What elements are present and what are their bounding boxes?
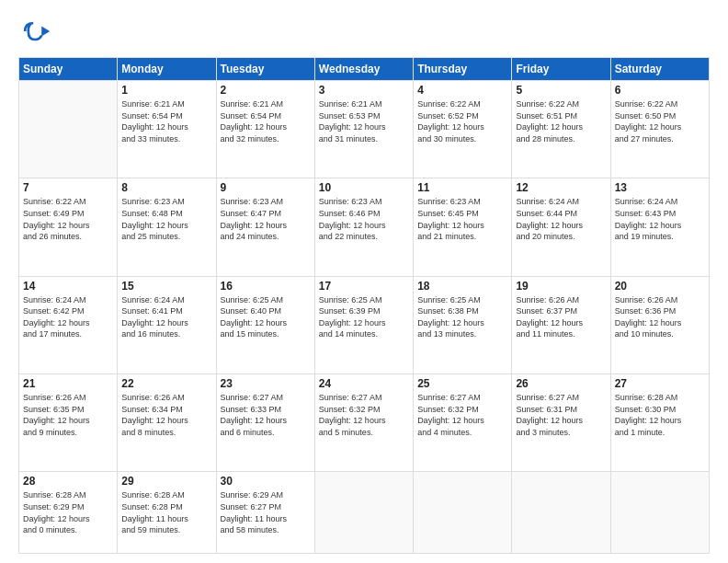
day-header-wednesday: Wednesday xyxy=(314,58,413,81)
day-number: 10 xyxy=(319,181,409,194)
calendar-table: SundayMondayTuesdayWednesdayThursdayFrid… xyxy=(18,57,710,554)
day-info: Sunrise: 6:22 AMSunset: 6:51 PMDaylight:… xyxy=(516,98,606,144)
day-number: 9 xyxy=(221,181,311,194)
day-info: Sunrise: 6:21 AMSunset: 6:54 PMDaylight:… xyxy=(221,98,311,144)
day-info: Sunrise: 6:21 AMSunset: 6:54 PMDaylight:… xyxy=(121,98,211,144)
day-number: 11 xyxy=(417,181,507,194)
day-info: Sunrise: 6:23 AMSunset: 6:48 PMDaylight:… xyxy=(121,196,211,242)
calendar-week-3: 14Sunrise: 6:24 AMSunset: 6:42 PMDayligh… xyxy=(19,276,710,373)
day-number: 21 xyxy=(23,377,113,390)
day-info: Sunrise: 6:29 AMSunset: 6:27 PMDaylight:… xyxy=(221,489,311,535)
day-info: Sunrise: 6:26 AMSunset: 6:34 PMDaylight:… xyxy=(121,392,211,438)
calendar-cell: 11Sunrise: 6:23 AMSunset: 6:45 PMDayligh… xyxy=(414,178,512,276)
day-info: Sunrise: 6:26 AMSunset: 6:35 PMDaylight:… xyxy=(23,392,113,438)
day-info: Sunrise: 6:25 AMSunset: 6:40 PMDaylight:… xyxy=(221,294,311,340)
calendar-cell: 1Sunrise: 6:21 AMSunset: 6:54 PMDaylight… xyxy=(118,81,216,178)
day-info: Sunrise: 6:26 AMSunset: 6:36 PMDaylight:… xyxy=(615,294,705,340)
day-info: Sunrise: 6:27 AMSunset: 6:32 PMDaylight:… xyxy=(319,392,409,438)
day-number: 17 xyxy=(319,280,409,293)
day-header-tuesday: Tuesday xyxy=(216,58,314,81)
day-info: Sunrise: 6:21 AMSunset: 6:53 PMDaylight:… xyxy=(319,98,409,144)
calendar-cell: 21Sunrise: 6:26 AMSunset: 6:35 PMDayligh… xyxy=(19,373,118,471)
day-number: 24 xyxy=(319,377,409,390)
day-number: 19 xyxy=(516,280,606,293)
day-info: Sunrise: 6:24 AMSunset: 6:42 PMDaylight:… xyxy=(23,294,113,340)
day-number: 7 xyxy=(23,181,113,194)
day-info: Sunrise: 6:22 AMSunset: 6:49 PMDaylight:… xyxy=(23,196,113,242)
calendar-cell: 9Sunrise: 6:23 AMSunset: 6:47 PMDaylight… xyxy=(216,178,314,276)
calendar-header-row: SundayMondayTuesdayWednesdayThursdayFrid… xyxy=(19,58,710,81)
calendar-cell: 3Sunrise: 6:21 AMSunset: 6:53 PMDaylight… xyxy=(314,81,413,178)
day-number: 29 xyxy=(121,475,211,488)
calendar-cell: 28Sunrise: 6:28 AMSunset: 6:29 PMDayligh… xyxy=(19,472,118,554)
calendar-cell: 5Sunrise: 6:22 AMSunset: 6:51 PMDaylight… xyxy=(512,81,610,178)
day-number: 30 xyxy=(221,475,311,488)
calendar-cell: 6Sunrise: 6:22 AMSunset: 6:50 PMDaylight… xyxy=(610,81,709,178)
day-info: Sunrise: 6:24 AMSunset: 6:43 PMDaylight:… xyxy=(615,196,705,242)
day-header-sunday: Sunday xyxy=(19,58,118,81)
day-number: 15 xyxy=(121,280,211,293)
day-header-thursday: Thursday xyxy=(414,58,512,81)
day-number: 14 xyxy=(23,280,113,293)
day-info: Sunrise: 6:23 AMSunset: 6:45 PMDaylight:… xyxy=(417,196,507,242)
calendar-cell: 10Sunrise: 6:23 AMSunset: 6:46 PMDayligh… xyxy=(314,178,413,276)
day-number: 25 xyxy=(417,377,507,390)
calendar-cell: 4Sunrise: 6:22 AMSunset: 6:52 PMDaylight… xyxy=(414,81,512,178)
calendar-cell: 23Sunrise: 6:27 AMSunset: 6:33 PMDayligh… xyxy=(216,373,314,471)
page: SundayMondayTuesdayWednesdayThursdayFrid… xyxy=(0,0,728,563)
day-info: Sunrise: 6:27 AMSunset: 6:31 PMDaylight:… xyxy=(516,392,606,438)
logo-icon xyxy=(18,15,51,48)
calendar-week-4: 21Sunrise: 6:26 AMSunset: 6:35 PMDayligh… xyxy=(19,373,710,471)
day-info: Sunrise: 6:27 AMSunset: 6:33 PMDaylight:… xyxy=(221,392,311,438)
calendar-cell: 13Sunrise: 6:24 AMSunset: 6:43 PMDayligh… xyxy=(610,178,709,276)
day-number: 1 xyxy=(121,84,211,97)
day-number: 8 xyxy=(121,181,211,194)
day-info: Sunrise: 6:28 AMSunset: 6:30 PMDaylight:… xyxy=(615,392,705,438)
day-number: 3 xyxy=(319,84,409,97)
calendar-cell: 25Sunrise: 6:27 AMSunset: 6:32 PMDayligh… xyxy=(414,373,512,471)
calendar-cell: 18Sunrise: 6:25 AMSunset: 6:38 PMDayligh… xyxy=(414,276,512,373)
calendar-cell xyxy=(512,472,610,554)
day-header-saturday: Saturday xyxy=(610,58,709,81)
calendar-cell: 15Sunrise: 6:24 AMSunset: 6:41 PMDayligh… xyxy=(118,276,216,373)
calendar-cell: 16Sunrise: 6:25 AMSunset: 6:40 PMDayligh… xyxy=(216,276,314,373)
day-number: 12 xyxy=(516,181,606,194)
day-number: 23 xyxy=(221,377,311,390)
calendar-cell xyxy=(314,472,413,554)
day-info: Sunrise: 6:22 AMSunset: 6:50 PMDaylight:… xyxy=(615,98,705,144)
day-number: 13 xyxy=(615,181,705,194)
calendar-cell xyxy=(414,472,512,554)
calendar-cell xyxy=(610,472,709,554)
day-number: 26 xyxy=(516,377,606,390)
calendar-cell: 2Sunrise: 6:21 AMSunset: 6:54 PMDaylight… xyxy=(216,81,314,178)
calendar-cell: 17Sunrise: 6:25 AMSunset: 6:39 PMDayligh… xyxy=(314,276,413,373)
day-info: Sunrise: 6:25 AMSunset: 6:38 PMDaylight:… xyxy=(417,294,507,340)
header xyxy=(18,15,710,48)
calendar-week-5: 28Sunrise: 6:28 AMSunset: 6:29 PMDayligh… xyxy=(19,472,710,554)
day-number: 6 xyxy=(615,84,705,97)
day-info: Sunrise: 6:25 AMSunset: 6:39 PMDaylight:… xyxy=(319,294,409,340)
day-number: 4 xyxy=(417,84,507,97)
calendar-cell: 29Sunrise: 6:28 AMSunset: 6:28 PMDayligh… xyxy=(118,472,216,554)
calendar-week-2: 7Sunrise: 6:22 AMSunset: 6:49 PMDaylight… xyxy=(19,178,710,276)
day-number: 20 xyxy=(615,280,705,293)
calendar-cell: 30Sunrise: 6:29 AMSunset: 6:27 PMDayligh… xyxy=(216,472,314,554)
day-info: Sunrise: 6:23 AMSunset: 6:46 PMDaylight:… xyxy=(319,196,409,242)
calendar-cell: 12Sunrise: 6:24 AMSunset: 6:44 PMDayligh… xyxy=(512,178,610,276)
day-info: Sunrise: 6:23 AMSunset: 6:47 PMDaylight:… xyxy=(221,196,311,242)
day-info: Sunrise: 6:28 AMSunset: 6:29 PMDaylight:… xyxy=(23,489,113,535)
day-info: Sunrise: 6:28 AMSunset: 6:28 PMDaylight:… xyxy=(121,489,211,535)
calendar-cell: 22Sunrise: 6:26 AMSunset: 6:34 PMDayligh… xyxy=(118,373,216,471)
calendar-cell: 20Sunrise: 6:26 AMSunset: 6:36 PMDayligh… xyxy=(610,276,709,373)
day-info: Sunrise: 6:22 AMSunset: 6:52 PMDaylight:… xyxy=(417,98,507,144)
day-number: 22 xyxy=(121,377,211,390)
calendar-cell: 8Sunrise: 6:23 AMSunset: 6:48 PMDaylight… xyxy=(118,178,216,276)
day-number: 28 xyxy=(23,475,113,488)
calendar-cell: 19Sunrise: 6:26 AMSunset: 6:37 PMDayligh… xyxy=(512,276,610,373)
calendar-body: 1Sunrise: 6:21 AMSunset: 6:54 PMDaylight… xyxy=(19,81,710,554)
day-header-monday: Monday xyxy=(118,58,216,81)
calendar-week-1: 1Sunrise: 6:21 AMSunset: 6:54 PMDaylight… xyxy=(19,81,710,178)
day-header-friday: Friday xyxy=(512,58,610,81)
calendar-cell: 26Sunrise: 6:27 AMSunset: 6:31 PMDayligh… xyxy=(512,373,610,471)
day-info: Sunrise: 6:24 AMSunset: 6:41 PMDaylight:… xyxy=(121,294,211,340)
